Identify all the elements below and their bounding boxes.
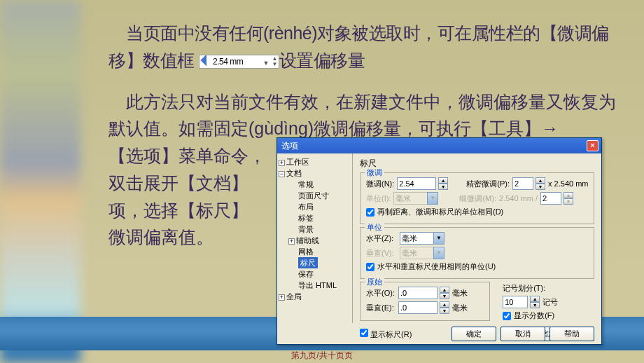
expand-icon[interactable]: + bbox=[288, 238, 295, 245]
show-frac-label: 显示分数(F) bbox=[514, 310, 554, 321]
origin-h-input[interactable] bbox=[398, 287, 438, 299]
cancel-button[interactable]: 取消 bbox=[500, 327, 545, 341]
fine-input[interactable] bbox=[540, 192, 561, 205]
origin-v-input[interactable] bbox=[398, 301, 438, 314]
dropdown-icon[interactable]: ▼ bbox=[433, 232, 444, 245]
tick-div-label: 记号划分(T): bbox=[503, 283, 545, 294]
horiz-label: 水平(Z): bbox=[366, 233, 397, 244]
tree-grid[interactable]: 网格 bbox=[279, 246, 351, 257]
spin-buttons[interactable]: ▲▼ bbox=[438, 177, 448, 190]
tree-layout[interactable]: 布局 bbox=[279, 201, 351, 212]
tree-document[interactable]: −文档 bbox=[279, 167, 351, 179]
tree-background[interactable]: 背景 bbox=[279, 224, 351, 235]
expand-icon[interactable]: + bbox=[279, 160, 285, 166]
nudge-label: 微调(N): bbox=[366, 179, 394, 189]
dropdown-icon: ▼ bbox=[427, 192, 438, 205]
origin-h-label: 水平(O): bbox=[366, 288, 396, 299]
show-rulers-checkbox[interactable] bbox=[360, 329, 368, 337]
tick-div-input[interactable] bbox=[503, 296, 528, 308]
panel-title: 标尺 bbox=[360, 158, 594, 170]
origin-h-unit: 毫米 bbox=[452, 288, 468, 299]
same-units-label: 再制距离、微调和标尺的单位相同(D) bbox=[377, 207, 503, 217]
units-i-combo: ▼ bbox=[393, 192, 438, 205]
ok-button[interactable]: 确定 bbox=[451, 327, 496, 341]
spin-buttons[interactable]: ▲▼ bbox=[440, 301, 449, 314]
tree-guides[interactable]: +辅助线 bbox=[279, 235, 351, 246]
spin-buttons[interactable]: ▲▼ bbox=[272, 56, 277, 67]
origin-v-label: 垂直(E): bbox=[366, 303, 396, 313]
fine-val: 2.540 mm / bbox=[499, 194, 538, 203]
show-rulers-label: 显示标尺(R) bbox=[370, 330, 412, 338]
nudge-inline-input[interactable]: 2.54 mm ▼ ▲▼ bbox=[199, 55, 279, 69]
group-units-title: 单位 bbox=[365, 222, 384, 233]
titlebar[interactable]: 选项 × bbox=[277, 138, 601, 153]
spin-buttons[interactable]: ▲▼ bbox=[530, 296, 540, 308]
tree-save[interactable]: 保存 bbox=[279, 268, 351, 280]
para1-b: 设置偏移量 bbox=[279, 50, 365, 70]
fine-label: 细微调(M): bbox=[459, 193, 496, 204]
spin-buttons[interactable]: ▲▼ bbox=[536, 177, 545, 190]
precise-label: 精密微调(P): bbox=[466, 179, 510, 189]
tree-page-size[interactable]: 页面尺寸 bbox=[279, 190, 351, 201]
group-units: 单位 水平(Z): ▼ 垂直(V): ▼ 水平和垂直标尺使用相同的单位(U) bbox=[360, 227, 594, 279]
nudge-icon bbox=[200, 55, 212, 67]
options-dialog: 选项 × +工作区 −文档 常规 页面尺寸 布局 标签 背景 +辅助线 网格 标… bbox=[276, 137, 602, 345]
show-frac-checkbox[interactable] bbox=[503, 312, 511, 320]
dropdown-icon[interactable]: ▼ bbox=[263, 57, 269, 69]
dialog-title: 选项 bbox=[281, 140, 298, 152]
page-number: 第九页/共十页页 bbox=[291, 350, 352, 362]
spin-buttons[interactable]: ▲▼ bbox=[564, 192, 573, 205]
nudge-input[interactable] bbox=[397, 177, 436, 190]
tree-general[interactable]: 常规 bbox=[279, 179, 351, 190]
group-nudge-title: 微调 bbox=[365, 167, 384, 178]
close-button[interactable]: × bbox=[587, 140, 598, 151]
tick-div-unit: 记号 bbox=[542, 297, 558, 308]
horiz-combo[interactable]: ▼ bbox=[400, 232, 444, 245]
para2: 此方法只对当前文件有效，在新建文件中，微调偏移量又恢复为默认值。如需固定(gùd… bbox=[108, 88, 630, 143]
precise-input[interactable] bbox=[512, 177, 533, 190]
nudge-inline-value: 2.54 mm bbox=[213, 57, 243, 67]
collapse-icon[interactable]: − bbox=[279, 171, 285, 177]
tree-global[interactable]: +全局 bbox=[279, 291, 351, 302]
tree-export-html[interactable]: 导出 HTML bbox=[279, 280, 351, 291]
same-hv-checkbox[interactable] bbox=[366, 263, 374, 271]
group-origin: 原始 水平(O): ▲▼ 毫米 垂直(E): ▲▼ 毫米 bbox=[360, 282, 490, 321]
vert-combo: ▼ bbox=[400, 247, 444, 259]
rulers-panel: 标尺 微调 微调(N): ▲▼ 精密微调(P): ▲▼ x 2.540 mm 单… bbox=[353, 153, 601, 323]
tree-workspace[interactable]: +工作区 bbox=[279, 156, 351, 167]
tree-pane[interactable]: +工作区 −文档 常规 页面尺寸 布局 标签 背景 +辅助线 网格 标尺 保存 … bbox=[277, 153, 353, 323]
units-i-label: 单位(I): bbox=[366, 193, 391, 204]
help-button[interactable]: 帮助 bbox=[550, 327, 594, 341]
same-hv-label: 水平和垂直标尺使用相同的单位(U) bbox=[377, 261, 496, 272]
origin-v-unit: 毫米 bbox=[452, 303, 468, 313]
tree-label[interactable]: 标签 bbox=[279, 212, 351, 224]
group-origin-title: 原始 bbox=[365, 277, 384, 287]
precise-suffix: x 2.540 mm bbox=[548, 179, 588, 188]
expand-icon[interactable]: + bbox=[279, 294, 285, 301]
tree-rulers[interactable]: 标尺 bbox=[279, 257, 351, 268]
group-nudge: 微调 微调(N): ▲▼ 精密微调(P): ▲▼ x 2.540 mm 单位(I… bbox=[360, 172, 594, 224]
spin-buttons[interactable]: ▲▼ bbox=[440, 287, 449, 299]
vert-label: 垂直(V): bbox=[366, 248, 397, 259]
dropdown-icon: ▼ bbox=[433, 247, 444, 259]
same-units-checkbox[interactable] bbox=[366, 208, 374, 217]
